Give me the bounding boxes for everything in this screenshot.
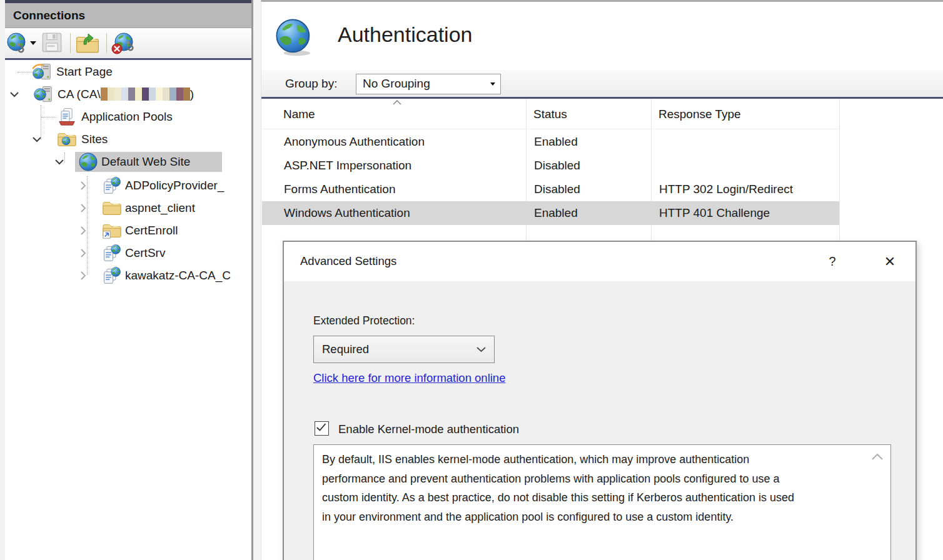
- save-floppy-icon: [41, 32, 63, 53]
- close-icon[interactable]: ✕: [870, 242, 909, 281]
- advanced-settings-dialog: Advanced Settings ? ✕ Extended Protectio…: [283, 241, 917, 560]
- chevron-collapsed-icon[interactable]: [79, 181, 88, 190]
- tree-item-ca-server[interactable]: CA (CA\): [5, 83, 251, 106]
- dropdown-caret-icon: [490, 82, 495, 86]
- start-page-icon: [33, 62, 51, 81]
- chevron-collapsed-icon[interactable]: [79, 226, 88, 235]
- dialog-title: Advanced Settings: [300, 254, 396, 268]
- group-by-bar: Group by: No Grouping: [261, 70, 943, 99]
- chevron-collapsed-icon[interactable]: [79, 204, 88, 212]
- tree-item-kawakatz-ca[interactable]: kawakatz-CA-CA_C: [5, 264, 251, 287]
- checkmark-icon: [316, 423, 326, 431]
- chevron-expanded-icon[interactable]: [10, 90, 19, 99]
- dialog-titlebar[interactable]: Advanced Settings ? ✕: [284, 242, 915, 281]
- connections-panel: Connections: [5, 0, 253, 560]
- sites-folder-icon: [58, 130, 76, 149]
- table-row-aspnet-impersonation[interactable]: ASP.NET Impersonation Disabled: [262, 154, 839, 178]
- table-row-windows-authentication[interactable]: Windows Authentication Enabled HTTP 401 …: [262, 201, 839, 225]
- tree-item-adpolicyprovider[interactable]: ADPolicyProvider_: [5, 174, 251, 197]
- extended-protection-dropdown[interactable]: Required: [313, 336, 495, 363]
- tree-item-label-prefix: CA (CA\: [58, 88, 101, 101]
- kernel-mode-description-box[interactable]: By default, IIS enables kernel-mode auth…: [313, 444, 891, 560]
- application-pools-icon: [58, 108, 76, 126]
- column-header-name[interactable]: Name: [283, 99, 524, 129]
- extended-protection-value: Required: [322, 342, 369, 356]
- redacted-text: [101, 88, 190, 101]
- web-application-icon: [103, 266, 121, 285]
- toolbar-separator: [70, 33, 71, 53]
- scroll-up-icon[interactable]: [872, 454, 883, 460]
- tree-item-start-page[interactable]: Start Page: [5, 61, 251, 83]
- iis-manager-window: Connections: [0, 0, 943, 560]
- connect-button[interactable]: [7, 32, 37, 56]
- folder-shortcut-icon: [103, 221, 121, 240]
- tree-item-default-web-site[interactable]: Default Web Site: [5, 151, 251, 173]
- chevron-expanded-icon[interactable]: [33, 135, 41, 144]
- page-title: Authentication: [338, 22, 473, 47]
- dropdown-chevron-icon: [477, 347, 486, 352]
- kernel-mode-description-text: By default, IIS enables kernel-mode auth…: [322, 450, 797, 526]
- group-by-value: No Grouping: [363, 77, 430, 91]
- red-x-badge-icon: [111, 43, 123, 54]
- panel-gap: [253, 0, 261, 560]
- column-header-status[interactable]: Status: [533, 99, 649, 129]
- web-application-icon: [103, 176, 121, 195]
- table-row-anonymous-authentication[interactable]: Anonymous Authentication Enabled: [262, 130, 839, 154]
- tree-item-sites[interactable]: Sites: [5, 128, 251, 151]
- sort-ascending-icon: [393, 100, 401, 105]
- chevron-collapsed-icon[interactable]: [79, 249, 88, 258]
- web-application-icon: [103, 244, 121, 262]
- package-button[interactable]: [76, 32, 101, 56]
- server-icon: [34, 85, 53, 104]
- help-button[interactable]: ?: [813, 242, 852, 281]
- kernel-mode-checkbox[interactable]: [315, 421, 329, 436]
- website-globe-icon: [79, 152, 98, 171]
- globe-icon: [275, 18, 313, 56]
- tree-item-certenroll[interactable]: CertEnroll: [5, 219, 251, 242]
- tree-item-label-suffix: ): [190, 88, 194, 101]
- hook-icon: [126, 41, 136, 51]
- table-right-edge: [839, 99, 840, 242]
- connections-toolbar: [5, 28, 251, 60]
- connections-panel-title: Connections: [5, 3, 251, 28]
- green-arrow-icon: [81, 32, 94, 46]
- table-row-forms-authentication[interactable]: Forms Authentication Disabled HTTP 302 L…: [262, 178, 839, 201]
- extended-protection-label: Extended Protection:: [313, 314, 415, 328]
- hook-icon: [16, 42, 27, 53]
- column-header-response-type[interactable]: Response Type: [658, 99, 834, 129]
- group-by-dropdown[interactable]: No Grouping: [356, 74, 501, 94]
- group-by-label: Group by:: [285, 77, 337, 91]
- kernel-mode-checkbox-label: Enable Kernel-mode authentication: [338, 422, 519, 436]
- disconnect-button[interactable]: [113, 32, 141, 56]
- folder-icon: [103, 199, 121, 218]
- chevron-expanded-icon[interactable]: [55, 158, 64, 166]
- tree-item-application-pools[interactable]: Application Pools: [5, 106, 251, 128]
- tree-item-aspnet-client[interactable]: aspnet_client: [5, 197, 251, 219]
- tree-item-certsrv[interactable]: CertSrv: [5, 242, 251, 264]
- connect-dropdown-caret-icon[interactable]: [30, 41, 36, 45]
- chevron-collapsed-icon[interactable]: [79, 271, 88, 280]
- toolbar-separator: [106, 33, 107, 53]
- more-information-link[interactable]: Click here for more information online: [313, 371, 505, 385]
- header-underline: [261, 129, 839, 129]
- save-button[interactable]: [41, 32, 64, 56]
